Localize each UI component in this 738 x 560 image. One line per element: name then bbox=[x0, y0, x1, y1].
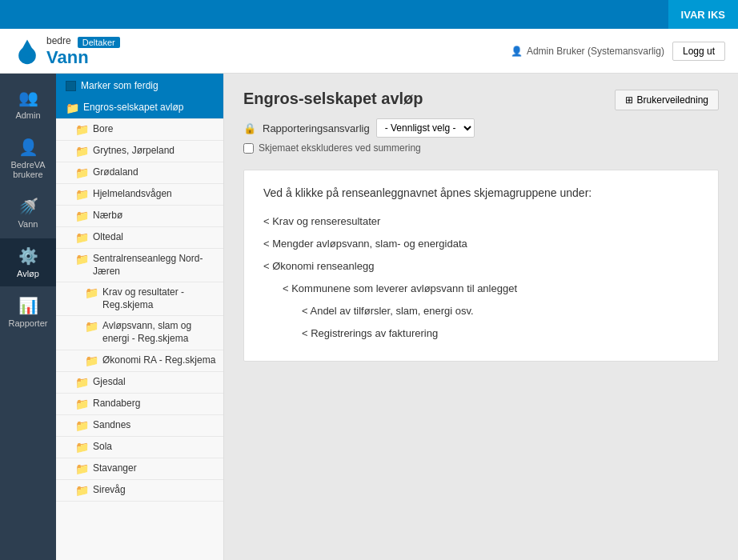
rapporteringsansvarlig-row: 🔒 Rapporteringsansvarlig - Vennligst vel… bbox=[243, 118, 719, 138]
sidebar-label-vann: Vann bbox=[18, 219, 38, 229]
folder-icon-krav: 📁 bbox=[85, 286, 98, 299]
tree-item-krav[interactable]: 📁 Krav og resultater - Reg.skjema bbox=[56, 282, 223, 316]
rapporter-icon: 📊 bbox=[18, 296, 38, 315]
folder-icon-engros: 📁 bbox=[66, 102, 79, 114]
logo-area: bedre Deltaker Vann bbox=[13, 34, 120, 67]
content-title: Engros-selskapet avløp bbox=[243, 90, 423, 108]
sidebar-nav: 👥 Admin 👤 BedreVAbrukere 🚿 Vann ⚙️ Avløp… bbox=[0, 74, 56, 560]
sidebar-label-rapporter: Rapporter bbox=[9, 318, 48, 328]
sidebar-item-admin[interactable]: 👥 Admin bbox=[0, 80, 56, 128]
skjema-checkbox[interactable] bbox=[243, 143, 254, 154]
folder-icon-hjelmelandsvagen: 📁 bbox=[75, 188, 89, 201]
tree-item-label-grytnes: Grytnes, Jørpeland bbox=[93, 145, 174, 158]
folder-icon-nærbø: 📁 bbox=[75, 210, 89, 222]
logo-vann: Vann bbox=[46, 48, 120, 67]
header-right: 👤 Admin Bruker (Systemansvarlig) Logg ut bbox=[511, 42, 725, 61]
folder-icon-okonomi: 📁 bbox=[85, 354, 98, 367]
tree-item-label-avlopsvann: Avløpsvann, slam og energi - Reg.skjema bbox=[102, 320, 217, 345]
folder-icon-sandnes: 📁 bbox=[75, 419, 89, 432]
logo-deltaker: Deltaker bbox=[78, 37, 120, 48]
tree-item-label-engros: Engros-selskapet avløp bbox=[83, 102, 183, 114]
folder-icon-stavanger: 📁 bbox=[75, 462, 89, 475]
tree-item-label-okonomi: Økonomi RA - Reg.skjema bbox=[102, 354, 215, 367]
main-layout: 👥 Admin 👤 BedreVAbrukere 🚿 Vann ⚙️ Avløp… bbox=[0, 74, 738, 560]
logo-icon bbox=[13, 37, 42, 66]
content-box: Ved å klikke på renseanleggnavnet åpnes … bbox=[243, 170, 719, 362]
tree-header-label: Marker som ferdig bbox=[81, 80, 158, 91]
content-intro: Ved å klikke på renseanleggnavnet åpnes … bbox=[263, 186, 699, 199]
rapporteringsansvarlig-label: Rapporteringsansvarlig bbox=[263, 122, 370, 134]
tree-item-label-grødaland: Grødaland bbox=[93, 166, 138, 179]
folder-icon-oltedal: 📁 bbox=[75, 231, 89, 244]
content-header: Engros-selskapet avløp ⊞ Brukerveilednin… bbox=[243, 90, 719, 110]
sidebar-item-vann[interactable]: 🚿 Vann bbox=[0, 189, 56, 237]
tree-item-grytnes[interactable]: 📁 Grytnes, Jørpeland bbox=[56, 141, 223, 162]
tree-item-randaberg[interactable]: 📁 Randaberg bbox=[56, 394, 223, 415]
content-list: < Krav og renseresultater < Mengder avlø… bbox=[263, 210, 699, 345]
tree-scroll[interactable]: 📁 Engros-selskapet avløp 📁 Bore 📁 Grytne… bbox=[56, 98, 223, 560]
tree-item-label-hjelmelandsvagen: Hjelmelandsvågen bbox=[93, 188, 172, 201]
tree-item-label-sirevag: Sirevåg bbox=[93, 484, 126, 497]
content-inner: Engros-selskapet avløp ⊞ Brukerveilednin… bbox=[224, 74, 738, 560]
tree-item-bore[interactable]: 📁 Bore bbox=[56, 119, 223, 141]
folder-icon-gjesdal: 📁 bbox=[75, 376, 89, 389]
folder-icon-randaberg: 📁 bbox=[75, 398, 89, 410]
lock-icon: 🔒 bbox=[243, 122, 256, 134]
tree-item-stavanger[interactable]: 📁 Stavanger bbox=[56, 458, 223, 480]
folder-icon-grødaland: 📁 bbox=[75, 166, 89, 179]
skjema-label: Skjemaet ekskluderes ved summering bbox=[259, 142, 421, 154]
tree-header-checkbox[interactable] bbox=[66, 81, 76, 91]
tree-item-sirevag[interactable]: 📁 Sirevåg bbox=[56, 480, 223, 502]
tree-item-grødaland[interactable]: 📁 Grødaland bbox=[56, 162, 223, 184]
folder-icon-avlopsvann: 📁 bbox=[85, 320, 98, 333]
tree-item-label-gjesdal: Gjesdal bbox=[93, 376, 126, 389]
avlop-icon: ⚙️ bbox=[18, 246, 38, 266]
sidebar-label-avlop: Avløp bbox=[17, 269, 39, 278]
tree-item-label-krav: Krav og resultater - Reg.skjema bbox=[102, 286, 217, 311]
tree-item-label-nærbø: Nærbø bbox=[93, 210, 122, 222]
list-item-4: < Andel av tilførsler, slam, energi osv. bbox=[263, 300, 699, 322]
sidebar-item-rapporter[interactable]: 📊 Rapporter bbox=[0, 288, 56, 336]
list-item-3: < Kommunene som leverer avløpsvann til a… bbox=[263, 278, 699, 300]
brukerveiledning-icon: ⊞ bbox=[625, 94, 633, 106]
user-icon: 👤 bbox=[511, 46, 523, 57]
folder-icon-sentralrenseanlegg: 📁 bbox=[75, 253, 89, 266]
sidebar-item-bedrevaBrukere[interactable]: 👤 BedreVAbrukere bbox=[0, 130, 56, 187]
tree-item-okonomi[interactable]: 📁 Økonomi RA - Reg.skjema bbox=[56, 350, 223, 372]
folder-icon-sirevag: 📁 bbox=[75, 484, 89, 497]
tree-item-sola[interactable]: 📁 Sola bbox=[56, 437, 223, 458]
tree-item-label-sentralrenseanlegg: Sentralrenseanlegg Nord-Jæren bbox=[93, 253, 217, 278]
brukerveiledning-button[interactable]: ⊞ Brukerveiledning bbox=[615, 90, 719, 110]
logo-bedre: bedre bbox=[46, 36, 71, 46]
brukerveiledning-label: Brukerveiledning bbox=[637, 94, 708, 106]
user-label: Admin Bruker (Systemansvarlig) bbox=[527, 46, 664, 57]
tree-item-engros[interactable]: 📁 Engros-selskapet avløp bbox=[56, 98, 223, 119]
tree-item-oltedal[interactable]: 📁 Oltedal bbox=[56, 227, 223, 249]
vann-icon: 🚿 bbox=[18, 197, 38, 216]
tree-item-hjelmelandsvagen[interactable]: 📁 Hjelmelandsvågen bbox=[56, 184, 223, 206]
header: bedre Deltaker Vann 👤 Admin Bruker (Syst… bbox=[0, 29, 738, 74]
list-item-5: < Registrerings av fakturering bbox=[263, 322, 699, 345]
tree-item-label-sandnes: Sandnes bbox=[93, 419, 130, 432]
top-bar: IVAR IKS bbox=[0, 0, 738, 29]
admin-icon: 👥 bbox=[18, 88, 38, 107]
tree-item-label-sola: Sola bbox=[93, 441, 112, 454]
tree-item-label-stavanger: Stavanger bbox=[93, 462, 137, 475]
list-item-0: < Krav og renseresultater bbox=[263, 210, 699, 233]
logout-button[interactable]: Logg ut bbox=[672, 42, 725, 61]
folder-icon-sola: 📁 bbox=[75, 441, 89, 454]
tree-item-avlopsvann[interactable]: 📁 Avløpsvann, slam og energi - Reg.skjem… bbox=[56, 316, 223, 350]
tree-item-nærbø[interactable]: 📁 Nærbø bbox=[56, 206, 223, 227]
tree-header: Marker som ferdig bbox=[56, 74, 223, 98]
rapporteringsansvarlig-select[interactable]: - Vennligst velg - bbox=[376, 118, 475, 138]
list-item-1: < Mengder avløpsvann, slam- og energidat… bbox=[263, 233, 699, 255]
tree-item-sentralrenseanlegg[interactable]: 📁 Sentralrenseanlegg Nord-Jæren bbox=[56, 249, 223, 282]
tree-item-label-bore: Bore bbox=[93, 123, 113, 136]
content-area: Engros-selskapet avløp ⊞ Brukerveilednin… bbox=[224, 74, 738, 560]
ivar-label: IVAR IKS bbox=[668, 0, 738, 29]
tree-panel: Marker som ferdig 📁 Engros-selskapet avl… bbox=[56, 74, 224, 560]
sidebar-label-bedrevaBrukere: BedreVAbrukere bbox=[10, 160, 45, 179]
tree-item-gjesdal[interactable]: 📁 Gjesdal bbox=[56, 372, 223, 394]
tree-item-sandnes[interactable]: 📁 Sandnes bbox=[56, 415, 223, 437]
sidebar-item-avlop[interactable]: ⚙️ Avløp bbox=[0, 238, 56, 286]
